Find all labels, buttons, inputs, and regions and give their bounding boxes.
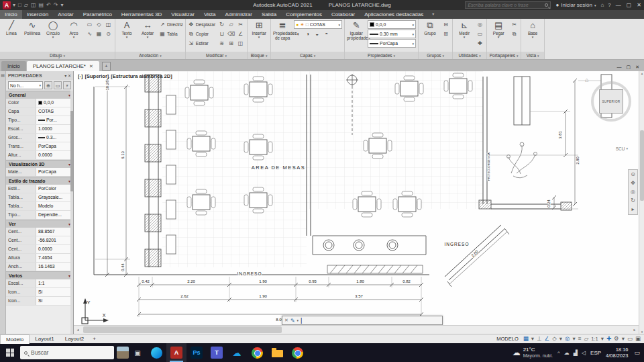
ribbon-small-button[interactable]: ◓ (322, 30, 331, 38)
photoshop-taskbar-icon[interactable]: Ps (186, 343, 207, 362)
ribbon-small-button[interactable]: ⊞ (441, 30, 450, 38)
match-properties-button[interactable]: ✎Igualarpropiedades (347, 20, 366, 40)
ribbon-small-button[interactable]: ◐ (294, 30, 303, 38)
ribbon-small-button[interactable]: ◫ (236, 39, 245, 48)
panel-label-vista[interactable]: Vista▾ (521, 52, 544, 59)
ribbon-small-button[interactable]: ✂ (236, 20, 245, 29)
onedrive-taskbar-icon[interactable]: ☁ (227, 343, 247, 362)
viewcube-home-icon[interactable]: ⌂ (585, 77, 588, 83)
ribbon-collapse-icon[interactable]: ▾ (432, 10, 434, 19)
taskbar-search-box[interactable]: Buscar (20, 346, 114, 359)
ribbon-small-button[interactable]: ⧉ (510, 30, 519, 38)
palette-grip[interactable]: ▤ (0, 71, 6, 334)
property-value[interactable]: 1.0000 (36, 125, 73, 133)
workspace-arrow-icon[interactable]: ▾ (622, 334, 625, 343)
floor-plan-svg[interactable]: AREA DE MESASINGRESOINGRESOPROTECCION DE… (74, 71, 639, 325)
ribbon-small-button[interactable]: ⊙ (104, 30, 113, 38)
select-objects-button[interactable]: ▭ (54, 81, 62, 89)
start-button[interactable] (0, 343, 20, 362)
ribbon-small-button[interactable]: ⊔ (217, 30, 226, 38)
app-menu-arrow-icon[interactable]: ▾ (13, 2, 15, 8)
chrome-taskbar-icon[interactable] (247, 343, 267, 362)
workspace-gear-icon[interactable]: ⚙ (614, 334, 619, 343)
property-value[interactable]: Dependie... (36, 211, 73, 219)
browser-taskbar-icon[interactable] (287, 343, 307, 362)
property-value[interactable]: 88.8567 (36, 228, 73, 236)
drawing-window-button[interactable]: — (617, 64, 622, 70)
add-layout-button[interactable]: + (89, 336, 99, 342)
property-value[interactable]: Sí (36, 288, 73, 296)
ribbon-small-button[interactable]: ∿ (85, 30, 94, 38)
ribbon-small-button[interactable]: ∠ (236, 30, 245, 38)
panel-label-grupos[interactable]: Grupos▾ (419, 52, 452, 59)
panel-label-utilidades[interactable]: Utilidades▾ (453, 52, 486, 59)
model-tab[interactable]: Modelo (0, 334, 30, 344)
maximize-button[interactable]: ▢ (627, 2, 632, 8)
showmotion-icon[interactable]: ▸ (631, 206, 634, 213)
property-value[interactable]: 7.4654 (36, 254, 73, 262)
horizontal-scroll-thumb[interactable] (83, 326, 282, 333)
zoom-icon[interactable]: ◎ (631, 189, 635, 195)
tab-close-icon[interactable]: ✕ (89, 61, 93, 71)
property-value[interactable]: Grayscale... (36, 193, 73, 201)
command-dropdown-icon[interactable]: ▾ (297, 318, 299, 322)
polyline-button[interactable]: ∿Polilínea (23, 20, 42, 36)
arc-button[interactable]: ◠Arco▾ (64, 20, 83, 39)
close-button[interactable]: ✕ (637, 2, 641, 8)
linetype-dropdown[interactable]: PorCapa▾ (368, 39, 416, 48)
ribbon-small-button[interactable]: ≋ (217, 39, 226, 48)
model-space-indicator[interactable]: MODELO (496, 336, 521, 342)
scroll-left-arrow[interactable]: ◂ (74, 326, 82, 334)
property-value[interactable]: Sí (36, 297, 73, 305)
ribbon-small-button[interactable]: ⌫ (227, 30, 235, 38)
drawing-window-button[interactable]: ▢ (627, 64, 631, 70)
property-value[interactable]: 1:1 (36, 279, 73, 287)
save-icon[interactable]: ◫ (31, 2, 36, 8)
command-line[interactable]: ✕ ✎ ▾ | (282, 316, 443, 325)
plot-icon[interactable]: ▤ (39, 2, 44, 8)
ribbon-tab-parametrico[interactable]: Paramétrico (78, 10, 117, 19)
circle-button[interactable]: ◯Círculo▾ (44, 20, 62, 39)
ribbon-small-button[interactable]: ▱ (227, 20, 235, 29)
undo-icon[interactable]: ↶ (46, 2, 51, 8)
scroll-up-arrow[interactable]: ▴ (639, 71, 644, 75)
panel-label-anotacion[interactable]: Anotación▾ (115, 52, 185, 59)
measure-button[interactable]: ⊾Medir▾ (455, 20, 474, 39)
ribbon-small-button[interactable]: ◒ (313, 30, 321, 38)
ribbon-tab-administrar[interactable]: Administrar (221, 10, 257, 19)
panel-label-bloque[interactable]: Bloque▾ (248, 52, 270, 59)
polar-tracking-icon[interactable]: ∠ (545, 334, 550, 343)
property-value[interactable]: PorColor (36, 185, 73, 193)
ribbon-small-button[interactable]: ▭ (476, 30, 484, 38)
move-button[interactable]: ✥Desplazar (188, 20, 215, 29)
ribbon-small-button[interactable]: ▦ (95, 30, 103, 38)
clean-screen-icon[interactable]: ▣ (635, 334, 641, 343)
ucs-icon[interactable] (82, 298, 109, 324)
qat-customize-icon[interactable]: ▾ (61, 2, 64, 8)
layout-tab-layout2[interactable]: Layout2 (60, 334, 89, 343)
grid-icon[interactable]: ▦ (523, 334, 529, 343)
action-center-icon[interactable]: ▭ (633, 349, 640, 356)
property-value[interactable]: 0.0000 (36, 245, 73, 253)
leader-button[interactable]: ↗Directriz (159, 20, 183, 29)
property-value[interactable]: 0,0,0 (36, 99, 73, 107)
open-icon[interactable]: ▱ (24, 2, 28, 8)
viewport-control--estructura-alambrica-2d-[interactable]: [Estructura alámbrica 2D] (111, 73, 172, 79)
copy-button[interactable]: ⧉Copiar (188, 30, 215, 38)
onedrive-tray-icon[interactable]: ☁ (564, 350, 570, 356)
scroll-down-arrow[interactable]: ▾ (639, 330, 644, 334)
toggle-pickadd-button[interactable]: ⊕ (44, 81, 52, 89)
ribbon-tab-complementos[interactable]: Complementos (281, 10, 327, 19)
property-value[interactable]: 0.0000 (36, 151, 73, 159)
document-tab-inicio[interactable]: Inicio (1, 61, 26, 71)
panel-label-capas[interactable]: Capas▾ (271, 52, 344, 59)
ribbon-small-button[interactable]: ◎ (476, 20, 484, 29)
palette-section-varios[interactable]: Varios▾ (6, 271, 73, 279)
ribbon-small-button[interactable]: ◇ (95, 20, 103, 29)
quick-properties-icon[interactable]: ▭ (627, 334, 633, 343)
ribbon-tab-aplicaciones-destacadas[interactable]: Aplicaciones destacadas (360, 10, 428, 19)
command-close-icon[interactable]: ✕ (284, 318, 288, 323)
document-tab-planos-latarche-[interactable]: PLANOS LATARCHE*✕ (27, 61, 99, 71)
sign-in-button[interactable]: ● Iniciar sesión ▾ (555, 2, 596, 8)
layout-tab-layout1[interactable]: Layout1 (30, 334, 59, 343)
